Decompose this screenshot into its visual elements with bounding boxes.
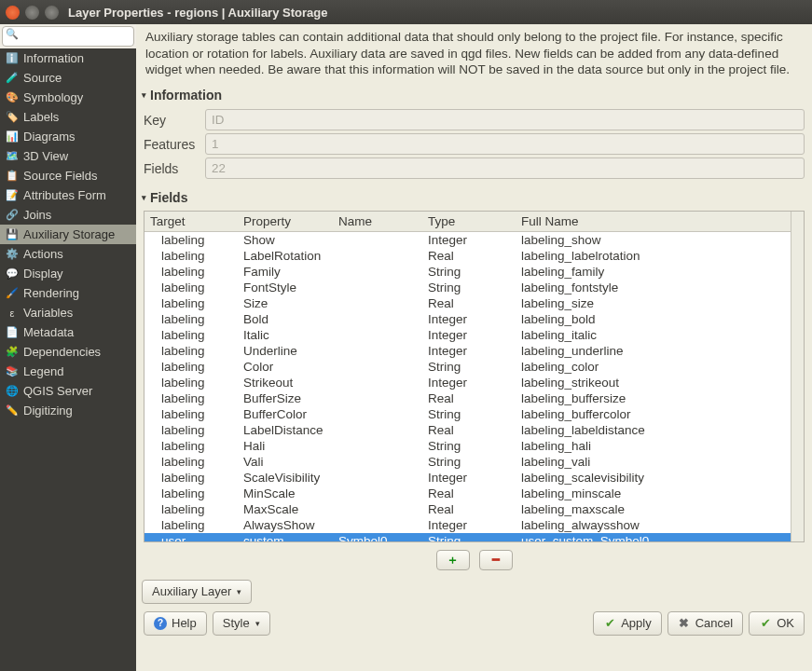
ok-button[interactable]: ✔ OK [749, 611, 805, 636]
cell-full: labeling_bold [516, 311, 791, 327]
nav-label: Labels [23, 110, 59, 124]
table-row[interactable]: labelingFamilyStringlabeling_family [145, 264, 791, 280]
cell-full: labeling_labeldistance [516, 422, 791, 438]
nav-label: Symbology [23, 90, 83, 104]
nav-label: 3D View [23, 149, 68, 163]
sidebar-item-information[interactable]: ℹ️Information [0, 48, 136, 68]
sidebar-item-source[interactable]: 🧪Source [0, 68, 136, 88]
table-row[interactable]: labelingFontStyleStringlabeling_fontstyl… [145, 280, 791, 295]
minus-icon: ━ [492, 553, 500, 567]
info-row-key: Key [144, 108, 805, 132]
cell-full: labeling_buffercolor [516, 406, 791, 422]
sidebar-item-attributes-form[interactable]: 📝Attributes Form [0, 185, 136, 205]
dialog-footer: ? Help Style ▾ ✔ Apply ✖ Cancel ✔ OK [136, 608, 812, 643]
cell-full: labeling_family [516, 264, 791, 280]
cell-name [333, 486, 422, 501]
sidebar-item-dependencies[interactable]: 🧩Dependencies [0, 342, 136, 362]
table-row[interactable]: labelingLabelRotationReallabeling_labelr… [145, 248, 791, 264]
cell-name [333, 327, 422, 343]
sidebar-item-actions[interactable]: ⚙️Actions [0, 244, 136, 264]
window-maximize-icon[interactable] [45, 6, 59, 20]
sidebar: ℹ️Information🧪Source🎨Symbology🏷️Labels📊D… [0, 24, 136, 671]
cell-target: labeling [145, 375, 238, 390]
cell-target: labeling [145, 359, 238, 375]
nav-icon: ✏️ [6, 404, 19, 418]
sidebar-item-auxiliary-storage[interactable]: 💾Auxiliary Storage [0, 225, 136, 244]
help-label: Help [172, 616, 197, 630]
nav-icon: 🏷️ [6, 111, 19, 124]
table-row[interactable]: labelingBufferSizeReallabeling_buffersiz… [145, 390, 791, 406]
column-header-target[interactable]: Target [145, 212, 238, 232]
table-row[interactable]: labelingBufferColorStringlabeling_buffer… [145, 406, 791, 422]
nav-icon: ℹ️ [6, 52, 19, 65]
vertical-scrollbar[interactable] [791, 212, 804, 541]
cell-target: labeling [145, 232, 238, 248]
nav-icon: 🌐 [6, 385, 19, 398]
fields-section-header[interactable]: ▾ Fields [136, 188, 812, 207]
nav-list: ℹ️Information🧪Source🎨Symbology🏷️Labels📊D… [0, 48, 136, 671]
table-row[interactable]: usercustomSymbol0Stringuser_custom_Symbo… [145, 533, 791, 541]
column-header-type[interactable]: Type [422, 212, 516, 232]
information-section-header[interactable]: ▾ Information [136, 86, 812, 104]
fields-table[interactable]: TargetPropertyNameTypeFull Name labeling… [145, 212, 791, 541]
remove-field-button[interactable]: ━ [479, 550, 513, 570]
cell-full: labeling_underline [516, 343, 791, 359]
table-row[interactable]: labelingItalicIntegerlabeling_italic [145, 327, 791, 343]
table-row[interactable]: labelingScaleVisibilityIntegerlabeling_s… [145, 470, 791, 486]
add-field-button[interactable]: ＋ [436, 550, 470, 570]
cell-target: labeling [145, 517, 238, 533]
ok-label: OK [777, 616, 794, 630]
nav-icon: 📚 [6, 365, 19, 378]
cell-full: labeling_minscale [516, 486, 791, 501]
cell-target: labeling [145, 264, 238, 280]
info-input-features [205, 133, 805, 155]
window-close-icon[interactable] [6, 6, 20, 20]
sidebar-item-labels[interactable]: 🏷️Labels [0, 107, 136, 127]
table-row[interactable]: labelingValiStringlabeling_vali [145, 454, 791, 470]
sidebar-item-joins[interactable]: 🔗Joins [0, 205, 136, 225]
column-header-name[interactable]: Name [333, 212, 422, 232]
titlebar: Layer Properties - regions | Auxiliary S… [0, 0, 812, 24]
style-dropdown[interactable]: Style ▾ [213, 611, 270, 636]
apply-button[interactable]: ✔ Apply [593, 611, 662, 636]
search-input[interactable] [2, 26, 134, 47]
sidebar-item-rendering[interactable]: 🖌️Rendering [0, 283, 136, 303]
sidebar-item-source-fields[interactable]: 📋Source Fields [0, 166, 136, 185]
table-row[interactable]: labelingStrikeoutIntegerlabeling_strikeo… [145, 375, 791, 390]
sidebar-item-diagrams[interactable]: 📊Diagrams [0, 127, 136, 146]
table-row[interactable]: labelingHaliStringlabeling_hali [145, 438, 791, 454]
table-row[interactable]: labelingShowIntegerlabeling_show [145, 232, 791, 248]
sidebar-item-digitizing[interactable]: ✏️Digitizing [0, 401, 136, 420]
column-header-property[interactable]: Property [238, 212, 333, 232]
column-header-full-name[interactable]: Full Name [516, 212, 791, 232]
sidebar-item-3d-view[interactable]: 🗺️3D View [0, 146, 136, 166]
table-row[interactable]: labelingMinScaleReallabeling_minscale [145, 486, 791, 501]
table-row[interactable]: labelingColorStringlabeling_color [145, 359, 791, 375]
cell-target: user [145, 533, 238, 541]
cell-property: LabelDistance [238, 422, 333, 438]
table-row[interactable]: labelingSizeReallabeling_size [145, 295, 791, 311]
table-row[interactable]: labelingLabelDistanceReallabeling_labeld… [145, 422, 791, 438]
field-buttons-row: ＋ ━ [136, 544, 812, 576]
cell-property: AlwaysShow [238, 517, 333, 533]
window-minimize-icon[interactable] [25, 6, 39, 20]
info-label: Key [144, 113, 200, 128]
table-row[interactable]: labelingBoldIntegerlabeling_bold [145, 311, 791, 327]
sidebar-item-metadata[interactable]: 📄Metadata [0, 322, 136, 342]
sidebar-item-legend[interactable]: 📚Legend [0, 362, 136, 381]
sidebar-item-qgis-server[interactable]: 🌐QGIS Server [0, 381, 136, 401]
cell-name [333, 248, 422, 264]
cancel-button[interactable]: ✖ Cancel [667, 611, 743, 636]
cell-property: Size [238, 295, 333, 311]
cell-type: Real [422, 486, 516, 501]
auxiliary-layer-dropdown[interactable]: Auxiliary Layer ▾ [142, 580, 252, 604]
cell-property: Family [238, 264, 333, 280]
cell-name [333, 454, 422, 470]
table-row[interactable]: labelingMaxScaleReallabeling_maxscale [145, 501, 791, 517]
sidebar-item-display[interactable]: 💬Display [0, 264, 136, 283]
sidebar-item-symbology[interactable]: 🎨Symbology [0, 88, 136, 107]
help-button[interactable]: ? Help [144, 611, 207, 636]
table-row[interactable]: labelingAlwaysShowIntegerlabeling_always… [145, 517, 791, 533]
sidebar-item-variables[interactable]: εVariables [0, 303, 136, 322]
table-row[interactable]: labelingUnderlineIntegerlabeling_underli… [145, 343, 791, 359]
